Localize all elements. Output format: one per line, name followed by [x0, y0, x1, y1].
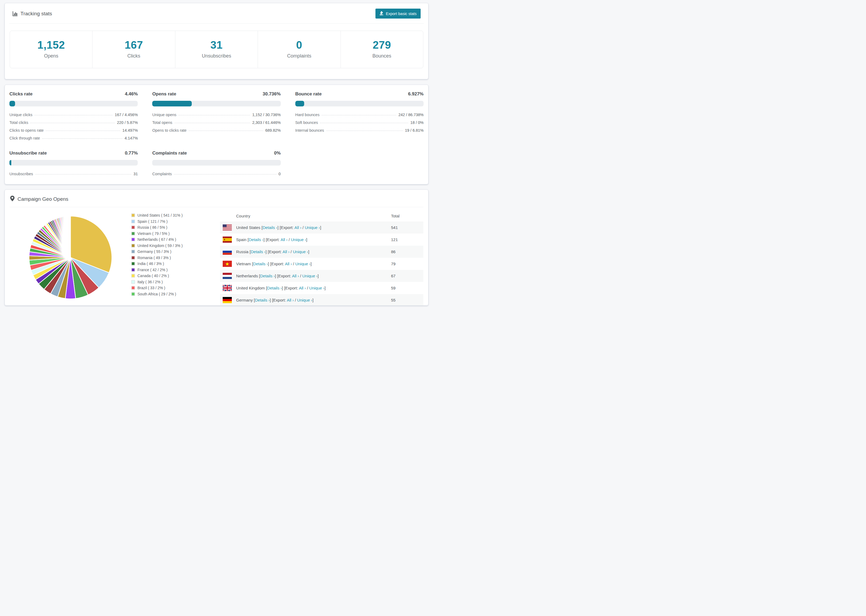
- rate-row-label: Unique clicks: [9, 113, 32, 117]
- table-row: Netherlands [Details ›] [Export: All › /…: [220, 270, 423, 282]
- country-cell: Spain [Details ›] [Export: All › / Uniqu…: [234, 234, 389, 246]
- rate-row: Click through rate4.147%: [9, 136, 138, 140]
- export-all-link[interactable]: All ›: [287, 298, 294, 302]
- geo-table-header-row: Country Total: [220, 211, 423, 222]
- details-link[interactable]: Details ›: [251, 250, 265, 254]
- legend-label: Brazil ( 33 / 2% ): [137, 286, 165, 290]
- total-cell: 67: [389, 270, 423, 282]
- legend-label: United States ( 541 / 31% ): [137, 213, 183, 217]
- export-all-link[interactable]: All ›: [292, 273, 299, 278]
- export-unique-link[interactable]: Unique ›: [295, 261, 311, 266]
- rate-progress-bar: [9, 101, 138, 107]
- stat-label: Bounces: [341, 53, 423, 59]
- legend-item: Netherlands ( 67 / 4% ): [131, 237, 214, 242]
- legend-item: United Kingdom ( 59 / 3% ): [131, 244, 214, 248]
- details-link[interactable]: Details ›: [253, 261, 268, 266]
- export-all-link[interactable]: All ›: [283, 250, 290, 254]
- export-basic-stats-button[interactable]: Export basic stats: [375, 9, 420, 19]
- rate-progress-fill: [152, 101, 192, 107]
- export-all-link[interactable]: All ›: [299, 286, 306, 290]
- details-link[interactable]: Details ›: [255, 298, 270, 302]
- export-all-link[interactable]: All ›: [280, 237, 288, 242]
- details-link[interactable]: Details ›: [267, 286, 282, 290]
- legend-item: United States ( 541 / 31% ): [131, 213, 214, 217]
- country-name: Vietnam: [236, 261, 251, 266]
- export-icon: [379, 11, 384, 16]
- dotted-leader: [322, 115, 397, 115]
- country-name: United Kingdom: [236, 286, 265, 290]
- export-unique-link[interactable]: Unique ›: [309, 286, 324, 290]
- details-link[interactable]: Details ›: [260, 273, 275, 278]
- stat-label: Opens: [10, 53, 92, 59]
- flag-icon-gb: [223, 285, 232, 291]
- table-row: Germany [Details ›] [Export: All › / Uni…: [220, 294, 423, 306]
- details-link[interactable]: Details ›: [263, 225, 277, 230]
- rate-block-opens: Opens rate30.736%Unique opens1,152 / 30.…: [152, 91, 280, 140]
- legend-swatch: [131, 214, 135, 217]
- flag-cell: [220, 222, 234, 234]
- rate-title: Bounce rate: [295, 91, 322, 97]
- legend-label: Russia ( 86 / 5% ): [137, 225, 167, 229]
- rate-row-label: Total opens: [152, 120, 172, 125]
- flag-cell: [220, 282, 234, 294]
- details-link[interactable]: Details ›: [249, 237, 264, 242]
- export-unique-link[interactable]: Unique ›: [305, 225, 320, 230]
- geo-pie-svg: [27, 214, 114, 301]
- dotted-leader: [35, 115, 112, 115]
- export-unique-link[interactable]: Unique ›: [302, 273, 318, 278]
- export-all-link[interactable]: All ›: [285, 261, 292, 266]
- rate-row: Internal bounces19 / 6.81%: [295, 128, 424, 132]
- export-prefix: Export:: [279, 273, 291, 278]
- rate-row-label: Unsubscribes: [9, 172, 33, 176]
- legend-item: Romania ( 49 / 3% ): [131, 256, 214, 260]
- rate-title-row: Bounce rate6.927%: [295, 91, 424, 97]
- rate-row-value: 2,303 / 61.446%: [252, 120, 281, 125]
- country-name: Spain: [236, 237, 246, 242]
- rate-row: Complaints0: [152, 172, 280, 176]
- geo-pie-chart: [10, 211, 131, 306]
- rate-row-value: 242 / 86.738%: [398, 113, 424, 117]
- table-row: United States [Details ›] [Export: All ›…: [220, 222, 423, 234]
- country-cell: Netherlands [Details ›] [Export: All › /…: [234, 270, 389, 282]
- table-row: Russia [Details ›] [Export: All › / Uniq…: [220, 246, 423, 258]
- stat-value: 0: [258, 39, 340, 51]
- total-cell: 86: [389, 246, 423, 258]
- stat-cell-complaints: 0Complaints: [258, 31, 340, 68]
- rate-block-unsubscribe: Unsubscribe rate0.77%Unsubscribes31: [9, 151, 138, 176]
- rate-row: Hard bounces242 / 86.738%: [295, 113, 424, 117]
- rate-title-row: Opens rate30.736%: [152, 91, 280, 97]
- export-unique-link[interactable]: Unique ›: [291, 237, 306, 242]
- rate-title: Unsubscribe rate: [9, 151, 47, 156]
- rate-row: Unique opens1,152 / 30.736%: [152, 113, 280, 117]
- legend-label: Germany ( 55 / 3% ): [137, 250, 171, 254]
- flag-cell: [220, 258, 234, 270]
- rate-row-value: 18 / 0%: [410, 120, 424, 125]
- dotted-leader: [179, 115, 250, 115]
- legend-item: Brazil ( 33 / 2% ): [131, 286, 214, 290]
- geo-table: Country Total United States [Details ›] …: [220, 211, 423, 306]
- table-row: Spain [Details ›] [Export: All › / Uniqu…: [220, 234, 423, 246]
- rate-title: Opens rate: [152, 91, 176, 97]
- dotted-leader: [30, 123, 115, 123]
- rate-row-value: 689.82%: [265, 128, 280, 132]
- export-unique-link[interactable]: Unique ›: [293, 250, 308, 254]
- stat-cell-opens: 1,152Opens: [10, 31, 92, 68]
- rate-progress-fill: [9, 160, 11, 165]
- flag-icon-us: [223, 225, 232, 231]
- legend-item: India ( 46 / 3% ): [131, 261, 214, 266]
- table-row: Vietnam [Details ›] [Export: All › / Uni…: [220, 258, 423, 270]
- table-row: United Kingdom [Details ›] [Export: All …: [220, 282, 423, 294]
- legend-swatch: [131, 250, 135, 253]
- rate-percent: 0%: [274, 151, 281, 156]
- export-all-link[interactable]: All ›: [294, 225, 301, 230]
- dotted-leader: [46, 130, 120, 131]
- export-unique-link[interactable]: Unique ›: [297, 298, 313, 302]
- stat-value: 1,152: [10, 39, 92, 51]
- rate-row: Total opens2,303 / 61.446%: [152, 120, 280, 125]
- rate-row-value: 0: [279, 172, 281, 176]
- dotted-leader: [320, 123, 408, 123]
- dotted-leader: [35, 174, 131, 174]
- rate-row-value: 1,152 / 30.736%: [252, 113, 281, 117]
- rate-progress-fill: [9, 101, 15, 107]
- export-prefix: Export:: [285, 286, 298, 290]
